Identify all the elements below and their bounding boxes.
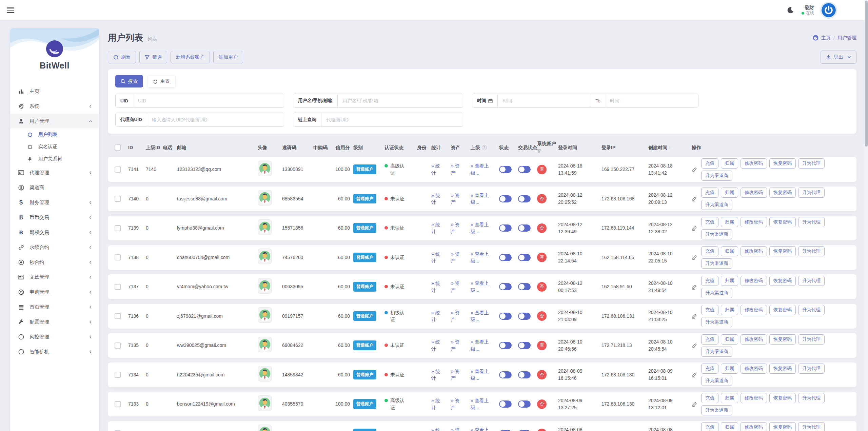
status-toggle[interactable] bbox=[499, 371, 512, 378]
uid-input[interactable] bbox=[133, 94, 284, 107]
action-promote-agent-button[interactable]: 升为代理 bbox=[798, 305, 825, 315]
action-restore-password-button[interactable]: 恢复密码 bbox=[769, 217, 796, 227]
action-recharge-button[interactable]: 充值 bbox=[701, 217, 718, 227]
sidebar-item-perpetual-contract[interactable]: 永续合约 bbox=[10, 240, 99, 255]
edit-icon[interactable] bbox=[692, 372, 697, 377]
action-change-password-button[interactable]: 修改密码 bbox=[741, 334, 767, 345]
sidebar-item-agent-management[interactable]: 代理管理 bbox=[10, 165, 99, 180]
trade-status-toggle[interactable] bbox=[518, 430, 531, 431]
sidebar-item-realname-auth[interactable]: 实名认证 bbox=[10, 141, 99, 153]
assets-link[interactable]: » 资产 bbox=[451, 427, 462, 431]
row-checkbox[interactable] bbox=[115, 401, 121, 407]
action-promote-agent-button[interactable]: 升为代理 bbox=[798, 364, 825, 374]
trade-status-toggle[interactable] bbox=[518, 254, 531, 261]
action-restore-password-button[interactable]: 恢复密码 bbox=[769, 188, 796, 198]
action-restore-password-button[interactable]: 恢复密码 bbox=[769, 364, 796, 374]
row-checkbox[interactable] bbox=[115, 225, 121, 231]
select-all-checkbox[interactable] bbox=[115, 144, 121, 151]
stats-link[interactable]: » 统计 bbox=[431, 368, 443, 382]
action-restore-password-button[interactable]: 恢复密码 bbox=[769, 334, 796, 345]
sort-asc-icon[interactable]: ↑ bbox=[669, 145, 671, 150]
action-recharge-button[interactable]: 充值 bbox=[701, 334, 718, 345]
edit-icon[interactable] bbox=[692, 343, 697, 348]
action-attribution-button[interactable]: 归属 bbox=[721, 246, 738, 256]
sidebar-item-user-tree[interactable]: 用户关系树 bbox=[10, 153, 99, 165]
stats-link[interactable]: » 统计 bbox=[431, 192, 443, 206]
add-system-account-button[interactable]: 新增系统账户 bbox=[171, 51, 210, 63]
reset-button[interactable]: 重置 bbox=[147, 75, 176, 87]
sidebar-item-homepage-management[interactable]: 首页管理 bbox=[10, 299, 99, 314]
status-toggle[interactable] bbox=[499, 430, 512, 431]
action-promote-agent-button[interactable]: 升为代理 bbox=[798, 334, 825, 345]
action-promote-channel-button[interactable]: 升为渠道商 bbox=[701, 229, 732, 239]
action-recharge-button[interactable]: 充值 bbox=[701, 188, 718, 198]
action-promote-agent-button[interactable]: 升为代理 bbox=[798, 393, 825, 403]
action-recharge-button[interactable]: 充值 bbox=[701, 305, 718, 315]
view-parent-link[interactable]: » 查看上级... bbox=[471, 192, 492, 206]
action-attribution-button[interactable]: 归属 bbox=[721, 364, 738, 374]
action-attribution-button[interactable]: 归属 bbox=[721, 276, 738, 286]
sidebar-item-system[interactable]: 系统 bbox=[10, 99, 99, 114]
edit-icon[interactable] bbox=[692, 167, 697, 172]
action-restore-password-button[interactable]: 恢复密码 bbox=[769, 158, 796, 169]
trade-status-toggle[interactable] bbox=[518, 371, 531, 378]
trade-status-toggle[interactable] bbox=[518, 166, 531, 173]
edit-icon[interactable] bbox=[692, 196, 697, 201]
action-restore-password-button[interactable]: 恢复密码 bbox=[769, 393, 796, 403]
edit-icon[interactable] bbox=[692, 255, 697, 260]
status-toggle[interactable] bbox=[499, 342, 512, 349]
calendar-icon[interactable] bbox=[488, 99, 493, 103]
view-parent-link[interactable]: » 查看上级... bbox=[471, 251, 492, 265]
action-promote-channel-button[interactable]: 升为渠道商 bbox=[701, 347, 732, 357]
row-checkbox[interactable] bbox=[115, 342, 121, 349]
action-recharge-button[interactable]: 充值 bbox=[701, 246, 718, 256]
view-parent-link[interactable]: » 查看上级... bbox=[471, 162, 492, 176]
action-change-password-button[interactable]: 修改密码 bbox=[741, 276, 767, 286]
status-toggle[interactable] bbox=[499, 400, 512, 408]
add-user-button[interactable]: 添加用户 bbox=[213, 51, 243, 63]
assets-link[interactable]: » 资产 bbox=[451, 192, 462, 206]
action-change-password-button[interactable]: 修改密码 bbox=[741, 217, 767, 227]
action-promote-channel-button[interactable]: 升为渠道商 bbox=[701, 258, 732, 269]
action-promote-agent-button[interactable]: 升为代理 bbox=[798, 276, 825, 286]
action-promote-agent-button[interactable]: 升为代理 bbox=[798, 188, 825, 198]
status-toggle[interactable] bbox=[499, 224, 512, 232]
action-change-password-button[interactable]: 修改密码 bbox=[741, 422, 767, 431]
trade-status-toggle[interactable] bbox=[518, 313, 531, 320]
assets-link[interactable]: » 资产 bbox=[451, 397, 462, 411]
time-from-input[interactable] bbox=[498, 94, 591, 107]
action-change-password-button[interactable]: 修改密码 bbox=[741, 188, 767, 198]
row-checkbox[interactable] bbox=[115, 196, 121, 202]
sidebar-item-smart-miner[interactable]: 智能矿机 bbox=[10, 344, 99, 359]
action-change-password-button[interactable]: 修改密码 bbox=[741, 364, 767, 374]
assets-link[interactable]: » 资产 bbox=[451, 221, 462, 235]
action-attribution-button[interactable]: 归属 bbox=[721, 158, 738, 169]
assets-link[interactable]: » 资产 bbox=[451, 162, 462, 176]
edit-icon[interactable] bbox=[692, 313, 697, 319]
view-parent-link[interactable]: » 查看上级... bbox=[471, 427, 492, 431]
assets-link[interactable]: » 资产 bbox=[451, 251, 462, 265]
agent-uid-input[interactable] bbox=[147, 113, 284, 126]
sidebar-item-finance-management[interactable]: $ 财务管理 bbox=[10, 195, 99, 210]
assets-link[interactable]: » 资产 bbox=[451, 309, 462, 323]
action-attribution-button[interactable]: 归属 bbox=[721, 217, 738, 227]
row-checkbox[interactable] bbox=[115, 372, 121, 378]
breadcrumb-home[interactable]: 主页 bbox=[821, 35, 831, 41]
row-checkbox[interactable] bbox=[115, 313, 121, 319]
action-promote-agent-button[interactable]: 升为代理 bbox=[798, 422, 825, 431]
action-change-password-button[interactable]: 修改密码 bbox=[741, 246, 767, 256]
row-checkbox[interactable] bbox=[115, 166, 121, 173]
action-promote-channel-button[interactable]: 升为渠道商 bbox=[701, 288, 732, 298]
action-promote-channel-button[interactable]: 升为渠道商 bbox=[701, 317, 732, 327]
action-change-password-button[interactable]: 修改密码 bbox=[741, 158, 767, 169]
assets-link[interactable]: » 资产 bbox=[451, 368, 462, 382]
action-attribution-button[interactable]: 归属 bbox=[721, 422, 738, 431]
trade-status-toggle[interactable] bbox=[518, 195, 531, 202]
assets-link[interactable]: » 资产 bbox=[451, 338, 462, 352]
assets-link[interactable]: » 资产 bbox=[451, 280, 462, 294]
stats-link[interactable]: » 统计 bbox=[431, 338, 443, 352]
status-toggle[interactable] bbox=[499, 166, 512, 173]
action-restore-password-button[interactable]: 恢复密码 bbox=[769, 246, 796, 256]
view-parent-link[interactable]: » 查看上级... bbox=[471, 397, 492, 411]
sidebar-item-risk-management[interactable]: 风控管理 bbox=[10, 329, 99, 344]
